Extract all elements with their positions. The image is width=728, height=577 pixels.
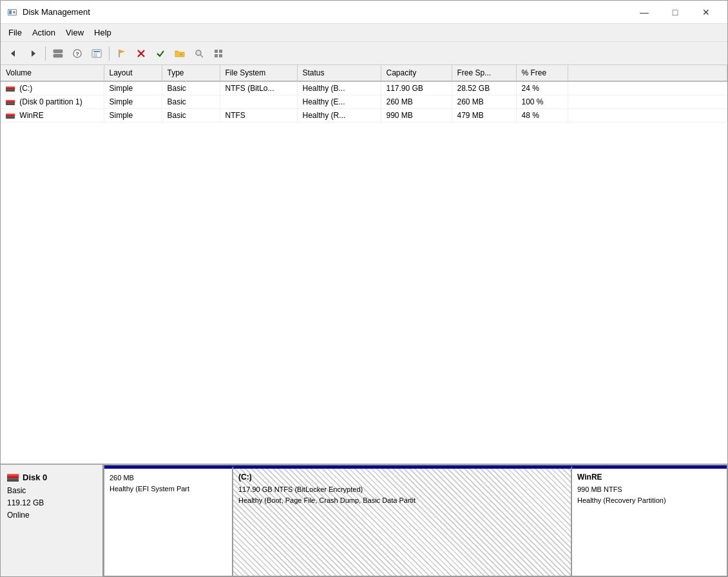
cell-layout-winre: Simple [104, 109, 162, 122]
title-bar-left: Disk Management [7, 7, 90, 17]
toolbar-flag[interactable] [113, 45, 131, 62]
toolbar-sep-2 [109, 46, 110, 61]
cell-freesp-d0p1: 260 MB [452, 95, 516, 109]
app-icon [7, 7, 17, 17]
title-bar-title: Disk Management [23, 7, 90, 17]
col-header-extra[interactable] [568, 65, 727, 81]
col-header-layout[interactable]: Layout [104, 65, 162, 81]
minimize-button[interactable]: — [629, 5, 659, 20]
cell-fs-d0p1 [220, 95, 297, 109]
c-desc: Healthy (Boot, Page File, Crash Dump, Ba… [238, 495, 566, 506]
cell-pctfree-winre: 48 % [516, 109, 568, 122]
menu-help[interactable]: Help [89, 26, 117, 39]
cell-freesp-winre: 479 MB [452, 109, 516, 122]
toolbar-check[interactable] [151, 45, 169, 62]
col-header-pctfree[interactable]: % Free [516, 65, 568, 81]
svg-point-4 [14, 12, 15, 13]
svg-rect-7 [53, 50, 62, 53]
svg-rect-14 [93, 55, 97, 57]
close-button[interactable]: ✕ [691, 5, 721, 20]
svg-rect-8 [53, 54, 62, 57]
toolbar-help[interactable]: ? [68, 45, 86, 62]
back-icon [9, 49, 18, 58]
toolbar-disk-list[interactable] [49, 45, 67, 62]
disk-list-icon [53, 49, 63, 58]
cell-status-c: Healthy (B... [297, 81, 381, 95]
efi-desc: Healthy (EFI System Part [110, 484, 227, 494]
toolbar-view-toggle[interactable] [209, 45, 227, 62]
folder-icon: + [175, 49, 185, 58]
volume-icon-winre [6, 113, 15, 119]
toolbar-delete[interactable] [132, 45, 150, 62]
title-bar-controls: — □ ✕ [629, 5, 721, 20]
col-header-type[interactable]: Type [162, 65, 220, 81]
menu-bar: File Action View Help [1, 24, 727, 42]
table-row[interactable]: (Disk 0 partition 1) Simple Basic Health… [1, 95, 727, 109]
svg-text:+: + [180, 52, 182, 57]
toolbar-forward[interactable] [24, 45, 42, 62]
c-size: 117.90 GB NTFS (BitLocker Encrypted) [238, 484, 566, 495]
partition-c[interactable]: (C:) 117.90 GB NTFS (BitLocker Encrypted… [233, 465, 572, 576]
winre-size: 990 MB NTFS [577, 484, 722, 495]
cell-volume-winre: WinRE [1, 109, 104, 122]
svg-rect-24 [219, 50, 222, 53]
partition-winre[interactable]: WinRE 990 MB NTFS Healthy (Recovery Part… [572, 465, 727, 576]
volume-icon-d0p1 [6, 100, 15, 105]
partitions-row: 260 MB Healthy (EFI System Part (C:) 117… [104, 465, 727, 576]
winre-desc: Healthy (Recovery Partition) [577, 495, 722, 506]
cell-capacity-winre: 990 MB [381, 109, 452, 122]
cell-extra-winre [568, 109, 727, 122]
disk-label-info: Basic 119.12 GB Online [7, 485, 96, 522]
cell-layout-c: Simple [104, 81, 162, 95]
disk-label: Disk 0 Basic 119.12 GB Online [1, 465, 104, 576]
table-area[interactable]: Volume Layout Type File System Status Ca… [1, 65, 727, 465]
col-header-filesystem[interactable]: File System [220, 65, 297, 81]
svg-rect-26 [219, 54, 222, 57]
disk-status: Online [7, 509, 96, 522]
view-icon [214, 49, 223, 58]
cell-type-winre: Basic [162, 109, 220, 122]
properties-icon [91, 49, 102, 58]
menu-file[interactable]: File [3, 26, 27, 39]
disk-area: Disk 0 Basic 119.12 GB Online 260 MB Hea… [1, 465, 727, 577]
cell-pctfree-c: 24 % [516, 81, 568, 95]
menu-view[interactable]: View [61, 26, 89, 39]
disk-label-icon [7, 474, 19, 482]
menu-action[interactable]: Action [27, 26, 61, 39]
col-header-freesp[interactable]: Free Sp... [452, 65, 516, 81]
cell-fs-c: NTFS (BitLo... [220, 81, 297, 95]
toolbar-search[interactable] [190, 45, 208, 62]
cell-status-winre: Healthy (R... [297, 109, 381, 122]
efi-size: 260 MB [110, 473, 227, 484]
cell-capacity-c: 117.90 GB [381, 81, 452, 95]
toolbar-properties[interactable] [88, 45, 106, 62]
volume-table: Volume Layout Type File System Status Ca… [1, 65, 727, 122]
toolbar-new-folder[interactable]: + [171, 45, 189, 62]
cell-type-d0p1: Basic [162, 95, 220, 109]
partition-efi[interactable]: 260 MB Healthy (EFI System Part [104, 465, 233, 576]
maximize-button[interactable]: □ [660, 5, 690, 20]
table-header-row: Volume Layout Type File System Status Ca… [1, 65, 727, 81]
disk-name: Disk 0 [23, 473, 47, 482]
volume-icon-c [6, 86, 15, 92]
disk-label-name: Disk 0 [7, 473, 96, 482]
flag-icon [117, 49, 126, 58]
col-header-status[interactable]: Status [297, 65, 381, 81]
table-row[interactable]: (C:) Simple Basic NTFS (BitLo... Healthy… [1, 81, 727, 95]
forward-icon [28, 49, 37, 58]
disk-partitions: 260 MB Healthy (EFI System Part (C:) 117… [104, 465, 727, 576]
table-row[interactable]: WinRE Simple Basic NTFS Healthy (R... 99… [1, 109, 727, 122]
svg-rect-23 [215, 50, 218, 53]
col-header-capacity[interactable]: Capacity [381, 65, 452, 81]
svg-rect-2 [9, 10, 12, 14]
delete-icon [137, 49, 146, 58]
cell-freesp-c: 28.52 GB [452, 81, 516, 95]
svg-marker-5 [11, 50, 15, 57]
cell-pctfree-d0p1: 100 % [516, 95, 568, 109]
svg-line-21 [200, 55, 203, 57]
toolbar-back[interactable] [5, 45, 23, 62]
disk-size: 119.12 GB [7, 497, 96, 509]
col-header-volume[interactable]: Volume [1, 65, 104, 81]
svg-rect-25 [215, 54, 218, 57]
svg-rect-12 [93, 51, 100, 52]
